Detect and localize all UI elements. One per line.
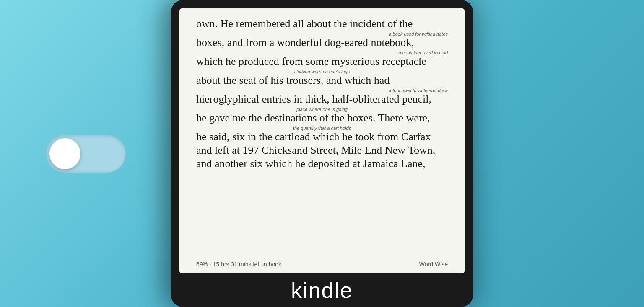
hint-destinations: place where one is going bbox=[196, 107, 448, 112]
time-left: 15 hrs 31 mins left in book bbox=[213, 261, 281, 268]
scene: own. He remembered all about the inciden… bbox=[0, 0, 644, 307]
feature-label: Word Wise bbox=[419, 261, 448, 268]
progress-percent: 69% bbox=[196, 261, 208, 268]
text-block-2: a book used for writing notes boxes, and… bbox=[196, 32, 448, 48]
text-line-9: and another six which he deposited at Ja… bbox=[196, 157, 426, 170]
hint-receptacle: a container used to hold bbox=[196, 51, 448, 55]
text-block-5: a tool used to write and draw hieroglyph… bbox=[196, 88, 448, 105]
text-line-8: and left at 197 Chicksand Street, Mile E… bbox=[196, 144, 435, 156]
text-line-2: boxes, and from a wonderful dog-eared no… bbox=[196, 36, 414, 49]
text-block-8: and left at 197 Chicksand Street, Mile E… bbox=[196, 145, 448, 156]
hint-pencil: a tool used to write and draw bbox=[196, 88, 448, 93]
hint-trousers: clothing worn on one's legs bbox=[196, 70, 448, 74]
kindle-logo-text: kindle bbox=[291, 278, 353, 303]
text-block-6: place where one is going he gave me the … bbox=[196, 107, 448, 124]
text-block-4: clothing worn on one's legs about the se… bbox=[196, 70, 448, 86]
text-line-5: hieroglyphical entries in thick, half-ob… bbox=[196, 93, 431, 105]
text-block-3: a container used to hold which he produc… bbox=[196, 51, 448, 67]
kindle-device: own. He remembered all about the inciden… bbox=[171, 0, 473, 307]
text-line-4: about the seat of his trousers, and whic… bbox=[196, 74, 390, 86]
text-line-1: own. He remembered all about the inciden… bbox=[196, 18, 413, 30]
kindle-branding: kindle bbox=[291, 273, 353, 307]
screen-content: own. He remembered all about the inciden… bbox=[179, 8, 465, 257]
toggle-container bbox=[46, 135, 126, 173]
word-wise-toggle[interactable] bbox=[46, 135, 126, 173]
text-line-7: he said, six in the cartload which he to… bbox=[196, 131, 431, 143]
text-line-6: he gave me the destinations of the boxes… bbox=[196, 112, 430, 124]
hint-cartload: the quantity that a cart holds bbox=[196, 126, 448, 131]
text-block-9: and another six which he deposited at Ja… bbox=[196, 158, 448, 169]
toggle-knob bbox=[49, 138, 80, 169]
text-block-1: own. He remembered all about the inciden… bbox=[196, 18, 448, 29]
text-line-3: which he produced from some mysterious r… bbox=[196, 55, 426, 67]
reading-progress: 69% · 15 hrs 31 mins left in book bbox=[196, 261, 281, 268]
hint-notebook: a book used for writing notes bbox=[196, 32, 448, 36]
progress-separator: · bbox=[208, 261, 213, 268]
kindle-screen: own. He remembered all about the inciden… bbox=[179, 8, 465, 273]
screen-footer: 69% · 15 hrs 31 mins left in book Word W… bbox=[179, 257, 465, 273]
text-block-7: the quantity that a cart holds he said, … bbox=[196, 126, 448, 142]
